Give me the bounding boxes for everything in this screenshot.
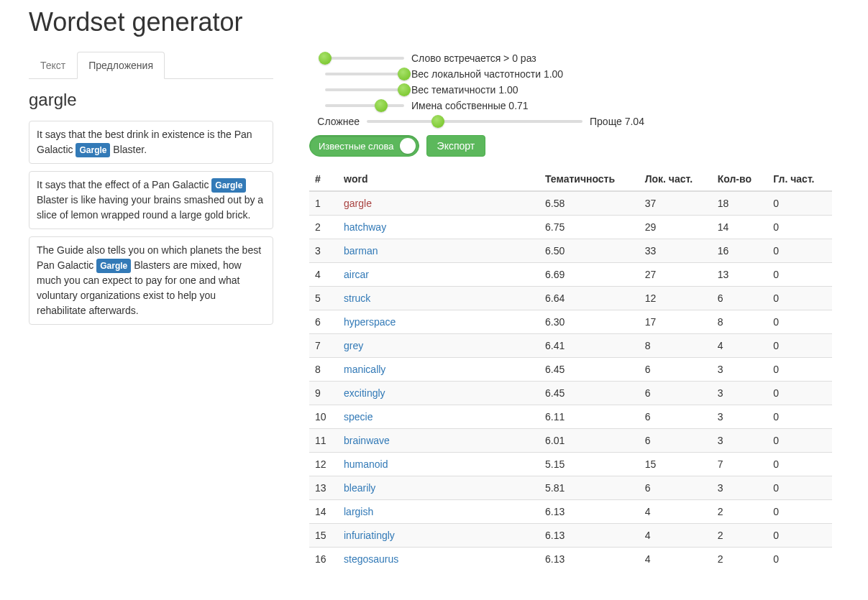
cell-gl: 0 [767, 358, 832, 382]
sentence-text: Blaster is like having your brains smash… [37, 194, 263, 221]
cell-theme: 6.01 [539, 429, 639, 453]
word-link[interactable]: hyperspace [344, 316, 396, 328]
cell-loc: 6 [639, 429, 712, 453]
cell-theme: 6.41 [539, 334, 639, 358]
row-index: 7 [309, 334, 338, 358]
cell-theme: 6.45 [539, 382, 639, 405]
highlight-label: Gargle [76, 143, 110, 157]
selected-word-heading: gargle [29, 90, 273, 110]
word-link[interactable]: humanoid [344, 458, 388, 470]
cell-gl: 0 [767, 191, 832, 216]
cell-cnt: 3 [712, 429, 768, 453]
table-row: 3barman6.5033160 [309, 239, 832, 263]
word-link[interactable]: hatchway [344, 221, 386, 233]
slider[interactable] [325, 68, 404, 80]
slider[interactable] [367, 115, 583, 128]
table-row: 15infuriatingly6.13420 [309, 524, 832, 548]
table-header[interactable]: Гл. част. [767, 167, 832, 191]
slider-thumb[interactable] [319, 52, 332, 65]
cell-gl: 0 [767, 310, 832, 334]
word-link[interactable]: aircar [344, 269, 369, 280]
cell-theme: 6.58 [539, 191, 639, 216]
word-link[interactable]: largish [344, 506, 373, 517]
cell-gl: 0 [767, 405, 832, 429]
cell-gl: 0 [767, 287, 832, 310]
cell-theme: 5.81 [539, 476, 639, 500]
cell-gl: 0 [767, 382, 832, 405]
row-index: 12 [309, 453, 338, 476]
cell-loc: 15 [639, 453, 712, 476]
row-index: 14 [309, 500, 338, 524]
slider-thumb[interactable] [398, 83, 411, 96]
cell-theme: 6.64 [539, 287, 639, 310]
word-link[interactable]: struck [344, 292, 370, 304]
table-row: 16stegosaurus6.13420 [309, 548, 832, 571]
slider-row: Вес тематичности 1.00 [309, 83, 832, 96]
cell-loc: 33 [639, 239, 712, 263]
table-header[interactable]: Лок. част. [639, 167, 712, 191]
cell-gl: 0 [767, 239, 832, 263]
row-index: 16 [309, 548, 338, 571]
word-link[interactable]: barman [344, 245, 378, 257]
cell-theme: 6.13 [539, 548, 639, 571]
table-row: 8manically6.45630 [309, 358, 832, 382]
table-header[interactable]: Тематичность [539, 167, 639, 191]
table-header[interactable]: word [338, 167, 539, 191]
word-link[interactable]: brainwave [344, 435, 390, 446]
cell-cnt: 13 [712, 263, 768, 287]
table-row: 9excitingly6.45630 [309, 382, 832, 405]
word-link[interactable]: manically [344, 364, 385, 375]
sentence-panel[interactable]: It says that the effect of a Pan Galacti… [29, 171, 273, 229]
table-row: 7grey6.41840 [309, 334, 832, 358]
cell-theme: 6.11 [539, 405, 639, 429]
cell-loc: 4 [639, 524, 712, 548]
tab-0[interactable]: Текст [29, 52, 77, 79]
cell-gl: 0 [767, 548, 832, 571]
cell-loc: 6 [639, 382, 712, 405]
word-link[interactable]: specie [344, 411, 373, 423]
slider-row: СложнееПроще 7.04 [309, 115, 832, 128]
word-link[interactable]: grey [344, 340, 363, 351]
cell-loc: 17 [639, 310, 712, 334]
word-link[interactable]: infuriatingly [344, 530, 395, 541]
sentence-panel[interactable]: It says that the best drink in existence… [29, 121, 273, 164]
table-row: 1gargle6.5837180 [309, 191, 832, 216]
row-index: 2 [309, 216, 338, 239]
word-link[interactable]: stegosaurus [344, 553, 398, 565]
cell-theme: 6.30 [539, 310, 639, 334]
slider-thumb[interactable] [431, 115, 444, 128]
cell-gl: 0 [767, 453, 832, 476]
slider-prefix-label: Сложнее [309, 116, 360, 127]
known-words-toggle[interactable]: Известные слова [309, 135, 419, 157]
cell-cnt: 4 [712, 334, 768, 358]
cell-gl: 0 [767, 334, 832, 358]
cell-loc: 6 [639, 476, 712, 500]
cell-theme: 6.50 [539, 239, 639, 263]
cell-theme: 6.13 [539, 500, 639, 524]
tab-1[interactable]: Предложения [77, 52, 165, 79]
table-header[interactable]: # [309, 167, 338, 191]
word-link[interactable]: gargle [344, 198, 372, 209]
slider[interactable] [325, 83, 404, 96]
slider-thumb[interactable] [375, 99, 388, 112]
word-link[interactable]: excitingly [344, 387, 385, 399]
cell-loc: 4 [639, 500, 712, 524]
word-table: #wordТематичностьЛок. част.Кол-воГл. час… [309, 167, 832, 571]
sentence-panel[interactable]: The Guide also tells you on which planet… [29, 236, 273, 325]
table-header[interactable]: Кол-во [712, 167, 768, 191]
known-words-toggle-label: Известные слова [319, 141, 394, 152]
cell-cnt: 16 [712, 239, 768, 263]
word-link[interactable]: blearily [344, 482, 375, 494]
slider-thumb[interactable] [398, 68, 411, 80]
slider[interactable] [325, 99, 404, 112]
row-index: 8 [309, 358, 338, 382]
table-row: 6hyperspace6.301780 [309, 310, 832, 334]
row-index: 15 [309, 524, 338, 548]
sentence-list: It says that the best drink in existence… [29, 121, 273, 325]
export-button[interactable]: Экспорт [426, 135, 486, 157]
cell-theme: 5.15 [539, 453, 639, 476]
slider-label: Проще 7.04 [590, 116, 644, 127]
row-index: 6 [309, 310, 338, 334]
slider[interactable] [325, 52, 404, 65]
slider-group: Слово встречается > 0 разВес локальной ч… [309, 52, 832, 128]
